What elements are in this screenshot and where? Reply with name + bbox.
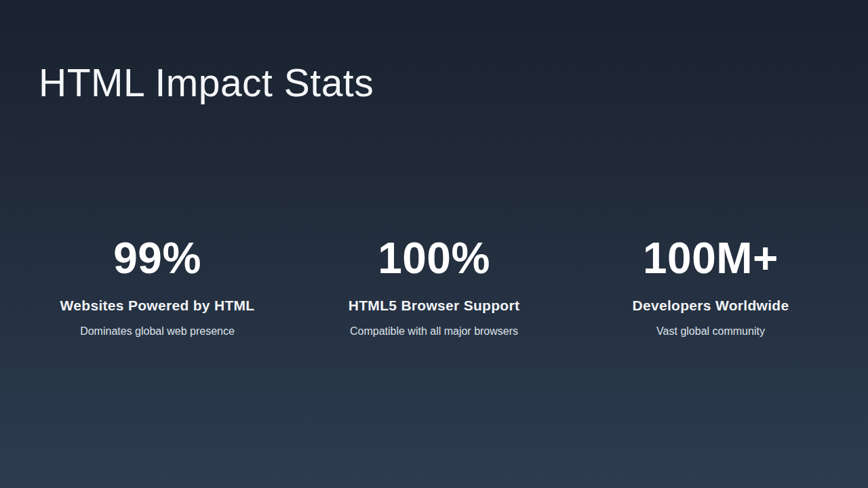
stat-value: 100% [296,237,572,280]
stat-label: Websites Powered by HTML [19,298,296,312]
slide-canvas: HTML Impact Stats 99% Websites Powered b… [0,0,868,488]
stat-card-websites: 99% Websites Powered by HTML Dominates g… [19,237,296,337]
stat-description: Dominates global web presence [19,326,296,337]
stat-card-browser-support: 100% HTML5 Browser Support Compatible wi… [296,237,572,337]
stats-row: 99% Websites Powered by HTML Dominates g… [0,237,868,337]
stat-label: HTML5 Browser Support [296,298,572,312]
stat-description: Vast global community [572,326,849,337]
stat-label: Developers Worldwide [572,298,849,312]
stat-value: 99% [19,237,296,280]
stat-card-developers: 100M+ Developers Worldwide Vast global c… [572,237,849,337]
stat-description: Compatible with all major browsers [296,326,572,337]
slide-title: HTML Impact Stats [39,61,374,106]
stat-value: 100M+ [572,237,849,280]
